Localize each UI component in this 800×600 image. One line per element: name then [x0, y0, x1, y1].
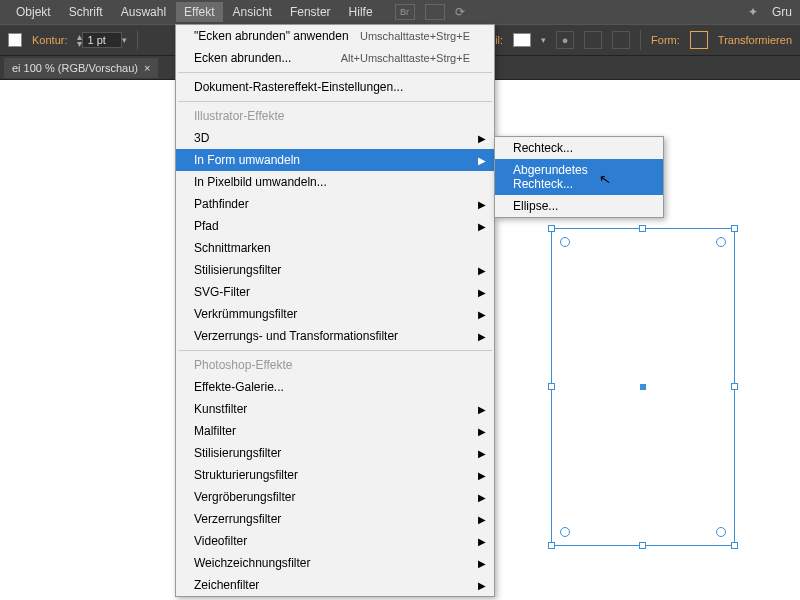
resize-handle-tr[interactable] [731, 225, 738, 232]
menu-item-label: "Ecken abrunden" anwenden [194, 29, 349, 43]
menu-item-label: 3D [194, 131, 209, 145]
menu-item-pixelate[interactable]: Vergröberungsfilter▶ [176, 486, 494, 508]
menu-item-texture[interactable]: Strukturierungsfilter▶ [176, 464, 494, 486]
menu-item-label: Verkrümmungsfilter [194, 307, 297, 321]
menu-ansicht[interactable]: Ansicht [225, 2, 280, 22]
menu-item-artistic[interactable]: Kunstfilter▶ [176, 398, 494, 420]
submenu-arrow-icon: ▶ [478, 536, 486, 547]
menu-item-distort-ps[interactable]: Verzerrungsfilter▶ [176, 508, 494, 530]
notifications-icon[interactable]: ✦ [748, 5, 758, 19]
mouse-cursor-icon: ↖ [598, 170, 613, 188]
menu-item-label: Schnittmarken [194, 241, 271, 255]
submenu-arrow-icon: ▶ [478, 309, 486, 320]
selected-rectangle[interactable] [551, 228, 735, 546]
menu-item-label: Verzerrungs- und Transformationsfilter [194, 329, 398, 343]
submenu-arrow-icon: ▶ [478, 426, 486, 437]
menu-item-label: Videofilter [194, 534, 247, 548]
menu-schrift[interactable]: Schrift [61, 2, 111, 22]
menu-hilfe[interactable]: Hilfe [341, 2, 381, 22]
resize-handle-br[interactable] [731, 542, 738, 549]
menu-item-3d[interactable]: 3D▶ [176, 127, 494, 149]
menu-item-pathfinder[interactable]: Pathfinder▶ [176, 193, 494, 215]
resize-handle-mr[interactable] [731, 383, 738, 390]
menu-item-brush-strokes[interactable]: Malfilter▶ [176, 420, 494, 442]
menu-item-svg-filters[interactable]: SVG-Filter▶ [176, 281, 494, 303]
menu-section-photoshop: Photoshop-Effekte [176, 354, 494, 376]
menu-item-label: Strukturierungsfilter [194, 468, 298, 482]
transform-label[interactable]: Transformieren [718, 34, 792, 46]
submenu-arrow-icon: ▶ [478, 199, 486, 210]
resize-handle-bl[interactable] [548, 542, 555, 549]
document-tab[interactable]: ei 100 % (RGB/Vorschau) × [4, 58, 158, 78]
form-icon[interactable] [690, 31, 708, 49]
menu-item-label: Pfad [194, 219, 219, 233]
menu-item-label: Verzerrungsfilter [194, 512, 281, 526]
menu-item-label: Stilisierungsfilter [194, 263, 281, 277]
menu-item-stylize-ps[interactable]: Stilisierungsfilter▶ [176, 442, 494, 464]
resize-handle-tl[interactable] [548, 225, 555, 232]
menu-item-sketch[interactable]: Zeichenfilter▶ [176, 574, 494, 596]
menu-shortcut: Alt+Umschalttaste+Strg+E [341, 52, 470, 64]
tab-close-icon[interactable]: × [144, 62, 150, 74]
workspace-label[interactable]: Gru [772, 5, 792, 19]
sync-icon[interactable]: ⟳ [455, 5, 465, 19]
effekt-menu: "Ecken abrunden" anwenden Umschalttaste+… [175, 24, 495, 597]
menu-item-label: In Form umwandeln [194, 153, 300, 167]
menu-separator [178, 350, 492, 351]
menu-objekt[interactable]: Objekt [8, 2, 59, 22]
corner-radius-widget-tr[interactable] [716, 237, 726, 247]
menu-item-label: Malfilter [194, 424, 236, 438]
resize-handle-ml[interactable] [548, 383, 555, 390]
corner-radius-widget-br[interactable] [716, 527, 726, 537]
globe-icon[interactable]: ● [556, 31, 574, 49]
kontur-value-input[interactable]: 1 pt [82, 32, 122, 48]
menu-separator [178, 101, 492, 102]
submenu-item-ellipse[interactable]: Ellipse... [495, 195, 663, 217]
menu-item-label: Pathfinder [194, 197, 249, 211]
corner-radius-widget-tl[interactable] [560, 237, 570, 247]
stil-dropdown-icon[interactable]: ▾ [541, 35, 546, 45]
menu-section-illustrator: Illustrator-Effekte [176, 105, 494, 127]
stil-swatch[interactable] [513, 33, 531, 47]
doc-setup-icon[interactable] [584, 31, 602, 49]
submenu-arrow-icon: ▶ [478, 558, 486, 569]
menu-item-distort-transform[interactable]: Verzerrungs- und Transformationsfilter▶ [176, 325, 494, 347]
resize-handle-tm[interactable] [639, 225, 646, 232]
menu-item-label: SVG-Filter [194, 285, 250, 299]
submenu-arrow-icon: ▶ [478, 155, 486, 166]
kontur-label: Kontur: [32, 34, 67, 46]
menu-item-rasterize[interactable]: In Pixelbild umwandeln... [176, 171, 494, 193]
menu-item-warp[interactable]: Verkrümmungsfilter▶ [176, 303, 494, 325]
menu-item-convert-to-shape[interactable]: In Form umwandeln▶ [176, 149, 494, 171]
menu-auswahl[interactable]: Auswahl [113, 2, 174, 22]
submenu-arrow-icon: ▶ [478, 580, 486, 591]
menu-fenster[interactable]: Fenster [282, 2, 339, 22]
menu-item-label: Kunstfilter [194, 402, 247, 416]
submenu-item-rounded-rectangle[interactable]: Abgerundetes Rechteck... [495, 159, 663, 195]
submenu-item-rectangle[interactable]: Rechteck... [495, 137, 663, 159]
submenu-arrow-icon: ▶ [478, 404, 486, 415]
submenu-arrow-icon: ▶ [478, 287, 486, 298]
corner-radius-widget-bl[interactable] [560, 527, 570, 537]
prefs-icon[interactable] [612, 31, 630, 49]
center-point [640, 384, 646, 390]
menu-item-label: Stilisierungsfilter [194, 446, 281, 460]
menu-item-stylize[interactable]: Stilisierungsfilter▶ [176, 259, 494, 281]
menu-item-apply-last[interactable]: "Ecken abrunden" anwenden Umschalttaste+… [176, 25, 494, 47]
menu-item-effects-gallery[interactable]: Effekte-Galerie... [176, 376, 494, 398]
bridge-icon[interactable]: Br [395, 4, 415, 20]
menu-item-pfad[interactable]: Pfad▶ [176, 215, 494, 237]
menu-item-last-effect[interactable]: Ecken abrunden... Alt+Umschalttaste+Strg… [176, 47, 494, 69]
submenu-arrow-icon: ▶ [478, 492, 486, 503]
menu-item-video[interactable]: Videofilter▶ [176, 530, 494, 552]
fill-swatch[interactable] [8, 33, 22, 47]
resize-handle-bm[interactable] [639, 542, 646, 549]
kontur-dropdown-icon[interactable]: ▾ [122, 35, 127, 45]
menu-effekt[interactable]: Effekt [176, 2, 222, 22]
menu-item-raster-settings[interactable]: Dokument-Rastereffekt-Einstellungen... [176, 76, 494, 98]
menu-item-blur[interactable]: Weichzeichnungsfilter▶ [176, 552, 494, 574]
menu-separator [178, 72, 492, 73]
form-label[interactable]: Form: [651, 34, 680, 46]
layout-icon[interactable] [425, 4, 445, 20]
menu-item-crop-marks[interactable]: Schnittmarken [176, 237, 494, 259]
